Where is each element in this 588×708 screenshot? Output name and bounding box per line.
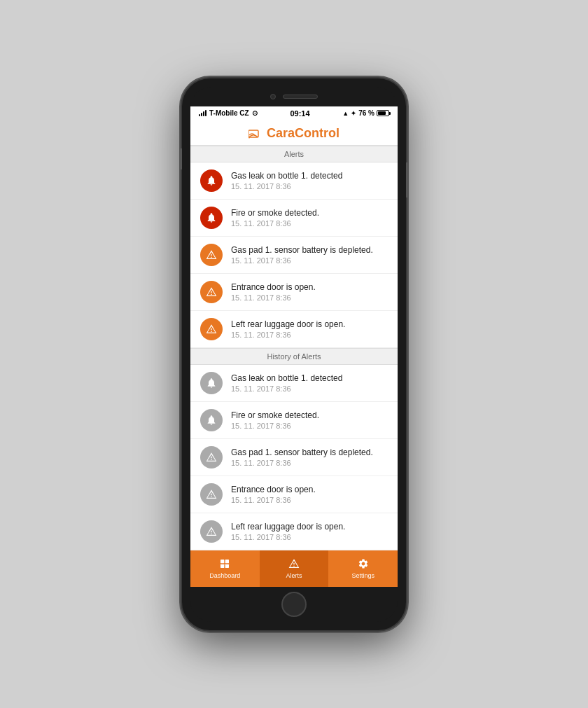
alert-list[interactable]: Alerts Gas leak on bottle 1. detected 15… [190, 146, 398, 550]
alert-time-5: 15. 11. 2017 8:36 [231, 331, 388, 339]
history-item-1[interactable]: Gas leak on bottle 1. detected 15. 11. 2… [190, 365, 398, 402]
history-item-4[interactable]: Entrance door is open. 15. 11. 2017 8:36 [190, 476, 398, 513]
history-content-1: Gas leak on bottle 1. detected 15. 11. 2… [231, 373, 388, 393]
tab-dashboard[interactable]: Dashboard [190, 550, 260, 587]
speaker [283, 95, 318, 99]
home-button[interactable] [281, 592, 307, 617]
signal-bar-1 [199, 114, 200, 116]
battery-fill [378, 111, 386, 115]
history-content-5: Left rear luggage door is open. 15. 11. … [231, 522, 388, 541]
history-content-2: Fire or smoke detected. 15. 11. 2017 8:3… [231, 410, 388, 430]
alert-title-1: Gas leak on bottle 1. detected [231, 171, 388, 181]
alert-item-1[interactable]: Gas leak on bottle 1. detected 15. 11. 2… [190, 162, 398, 200]
history-content-4: Entrance door is open. 15. 11. 2017 8:36 [231, 485, 388, 504]
history-item-3[interactable]: Gas pad 1. sensor battery is depleted. 1… [190, 439, 398, 476]
history-title-2: Fire or smoke detected. [231, 410, 388, 420]
alert-item-3[interactable]: Gas pad 1. sensor battery is depleted. 1… [190, 237, 398, 274]
signal-bar-4 [205, 110, 206, 116]
phone-inner: T-Mobile CZ ⊙ 09:14 ▲ ✦ 76 % [190, 87, 398, 622]
alert-title-3: Gas pad 1. sensor battery is depleted. [231, 245, 388, 255]
history-item-2[interactable]: Fire or smoke detected. 15. 11. 2017 8:3… [190, 402, 398, 439]
carrier-label: T-Mobile CZ [209, 109, 249, 117]
alert-icon-warning-orange-2 [200, 281, 223, 303]
alert-title-4: Entrance door is open. [231, 282, 388, 292]
history-content-3: Gas pad 1. sensor battery is depleted. 1… [231, 447, 388, 467]
status-right: ▲ ✦ 76 % [342, 109, 389, 117]
history-item-5[interactable]: Left rear luggage door is open. 15. 11. … [190, 513, 398, 550]
alert-content-5: Left rear luggage door is open. 15. 11. … [231, 319, 388, 339]
alert-icon-bell-gray-2 [200, 409, 223, 431]
screen: T-Mobile CZ ⊙ 09:14 ▲ ✦ 76 % [190, 106, 398, 587]
cast-icon [248, 129, 261, 139]
alert-icon-bell-red-2 [200, 207, 223, 229]
alert-icon-warning-orange-3 [200, 318, 223, 340]
alert-item-5[interactable]: Left rear luggage door is open. 15. 11. … [190, 311, 398, 348]
app-logo: CaraControl [190, 126, 398, 141]
logo-control: Control [295, 126, 340, 140]
history-time-1: 15. 11. 2017 8:36 [231, 384, 388, 393]
alert-content-1: Gas leak on bottle 1. detected 15. 11. 2… [231, 171, 388, 190]
signal-bar-2 [201, 113, 202, 116]
alert-title-5: Left rear luggage door is open. [231, 319, 388, 329]
battery-indicator [377, 110, 389, 116]
signal-bars [199, 110, 206, 116]
alert-title-2: Fire or smoke detected. [231, 208, 388, 218]
alert-icon-warning-orange-1 [200, 244, 223, 266]
dashboard-icon [219, 558, 230, 571]
alert-icon-bell-gray-1 [200, 372, 223, 394]
tab-dashboard-label: Dashboard [209, 572, 240, 579]
signal-bar-3 [203, 111, 204, 116]
alert-icon-warning-gray-2 [200, 483, 223, 506]
svg-rect-6 [225, 564, 229, 567]
arrow-icon: ▲ [342, 110, 349, 117]
alert-content-2: Fire or smoke detected. 15. 11. 2017 8:3… [231, 208, 388, 228]
history-title-3: Gas pad 1. sensor battery is depleted. [231, 447, 388, 457]
alert-content-4: Entrance door is open. 15. 11. 2017 8:36 [231, 282, 388, 302]
alert-icon-warning-gray-1 [200, 446, 223, 468]
tab-bar: Dashboard Alerts Settings [190, 550, 398, 587]
status-bar: T-Mobile CZ ⊙ 09:14 ▲ ✦ 76 % [190, 106, 398, 120]
svg-rect-4 [225, 560, 229, 563]
tab-settings-label: Settings [351, 572, 374, 579]
alert-time-2: 15. 11. 2017 8:36 [231, 219, 388, 228]
history-time-5: 15. 11. 2017 8:36 [231, 533, 388, 541]
alert-item-4[interactable]: Entrance door is open. 15. 11. 2017 8:36 [190, 274, 398, 311]
app-header: CaraControl [190, 120, 398, 146]
svg-rect-5 [220, 564, 224, 567]
alert-item-2[interactable]: Fire or smoke detected. 15. 11. 2017 8:3… [190, 200, 398, 237]
status-left: T-Mobile CZ ⊙ [199, 109, 258, 117]
history-title-4: Entrance door is open. [231, 485, 388, 494]
history-section-header: History of Alerts [190, 348, 398, 365]
svg-point-2 [248, 137, 250, 138]
tab-alerts[interactable]: Alerts [260, 550, 329, 587]
alert-time-1: 15. 11. 2017 8:36 [231, 182, 388, 190]
phone-bottom [190, 587, 398, 622]
history-title-1: Gas leak on bottle 1. detected [231, 373, 388, 383]
alert-content-3: Gas pad 1. sensor battery is depleted. 1… [231, 245, 388, 265]
phone-top [190, 87, 398, 106]
alert-time-3: 15. 11. 2017 8:36 [231, 256, 388, 265]
history-time-3: 15. 11. 2017 8:36 [231, 459, 388, 467]
time-display: 09:14 [290, 109, 309, 118]
history-time-2: 15. 11. 2017 8:36 [231, 422, 388, 430]
svg-rect-3 [220, 560, 224, 563]
history-title-5: Left rear luggage door is open. [231, 522, 388, 532]
tab-alerts-label: Alerts [286, 572, 302, 579]
alerts-tab-icon [288, 558, 300, 571]
alerts-section-header: Alerts [190, 146, 398, 162]
camera [270, 94, 276, 99]
settings-icon [358, 558, 369, 571]
logo-cara: Cara [267, 126, 295, 140]
phone-shell: T-Mobile CZ ⊙ 09:14 ▲ ✦ 76 % [182, 78, 406, 630]
bluetooth-icon: ✦ [351, 110, 356, 117]
battery-percent: 76 % [358, 109, 374, 117]
alert-icon-warning-gray-3 [200, 520, 223, 543]
alert-time-4: 15. 11. 2017 8:36 [231, 293, 388, 302]
wifi-icon: ⊙ [252, 109, 258, 117]
history-time-4: 15. 11. 2017 8:36 [231, 496, 388, 504]
alert-icon-bell-red-1 [200, 169, 223, 192]
tab-settings[interactable]: Settings [328, 550, 398, 587]
